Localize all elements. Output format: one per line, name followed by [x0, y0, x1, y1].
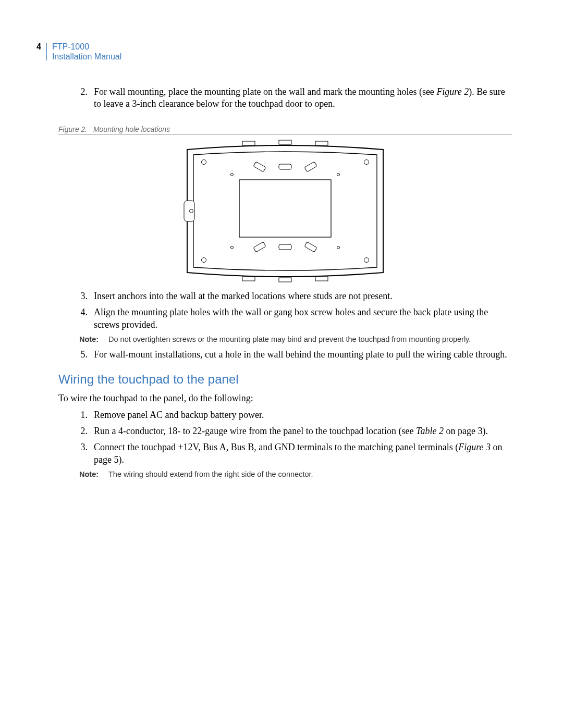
figure-title: Mounting hole locations — [93, 125, 170, 133]
step-number: 3. — [73, 441, 94, 466]
svg-rect-5 — [315, 277, 328, 281]
note: Note: Do not overtighten screws or the m… — [79, 335, 512, 343]
step-text: For wall-mount installations, cut a hole… — [94, 349, 512, 361]
figure-reference: Figure 2 — [436, 87, 469, 97]
header-separator — [46, 43, 47, 60]
page-header: 4 FTP-1000 Installation Manual — [36, 42, 121, 61]
svg-rect-4 — [279, 278, 291, 282]
figure-caption: Figure 2. Mounting hole locations — [58, 125, 512, 133]
step-number: 5. — [73, 349, 94, 361]
page-content: 2. For wall mounting, place the mounting… — [58, 86, 512, 484]
header-title: FTP-1000 Installation Manual — [52, 42, 121, 61]
step-number: 2. — [73, 425, 94, 437]
section-heading: Wiring the touchpad to the panel — [58, 372, 512, 387]
list-item: 2. Run a 4-conductor, 18- to 22-gauge wi… — [73, 425, 512, 437]
list-item: 4. Align the mounting plate holes with t… — [73, 306, 512, 331]
list-item: 5. For wall-mount installations, cut a h… — [73, 349, 512, 361]
figure-label: Figure 2. — [58, 125, 87, 133]
step-text: Align the mounting plate holes with the … — [94, 306, 512, 331]
page-number: 4 — [36, 42, 46, 52]
step-text: For wall mounting, place the mounting pl… — [94, 86, 512, 110]
step-text: Remove panel AC and backup battery power… — [94, 409, 512, 421]
note: Note: The wiring should extend from the … — [79, 470, 512, 478]
horizontal-rule — [58, 134, 512, 135]
svg-rect-1 — [279, 140, 291, 144]
list-item: 1. Remove panel AC and backup battery po… — [73, 409, 512, 421]
note-label: Note: — [79, 335, 108, 343]
step-text: Connect the touchpad +12V, Bus A, Bus B,… — [94, 441, 512, 466]
product-name: FTP-1000 — [52, 42, 89, 51]
note-text: Do not overtighten screws or the mountin… — [108, 335, 512, 343]
step-number: 2. — [73, 86, 94, 110]
step-number: 1. — [73, 409, 94, 421]
mounting-plate-diagram-icon — [181, 138, 389, 284]
svg-rect-0 — [242, 141, 255, 145]
step-text: Run a 4-conductor, 18- to 22-gauge wire … — [94, 425, 512, 437]
note-text: The wiring should extend from the right … — [108, 470, 512, 478]
note-label: Note: — [79, 470, 108, 478]
figure — [58, 138, 512, 284]
manual-subtitle: Installation Manual — [52, 52, 121, 61]
figure-reference: Figure 3 — [458, 442, 491, 452]
document-page: 4 FTP-1000 Installation Manual 2. For wa… — [0, 0, 563, 728]
step-number: 3. — [73, 290, 94, 302]
step-number: 4. — [73, 306, 94, 331]
svg-rect-2 — [315, 141, 328, 145]
step-text: Insert anchors into the wall at the mark… — [94, 290, 512, 302]
paragraph: To wire the touchpad to the panel, do th… — [58, 392, 512, 404]
list-item: 2. For wall mounting, place the mounting… — [73, 86, 512, 110]
list-item: 3. Insert anchors into the wall at the m… — [73, 290, 512, 302]
table-reference: Table 2 — [416, 426, 444, 436]
svg-rect-3 — [242, 277, 255, 281]
list-item: 3. Connect the touchpad +12V, Bus A, Bus… — [73, 441, 512, 466]
